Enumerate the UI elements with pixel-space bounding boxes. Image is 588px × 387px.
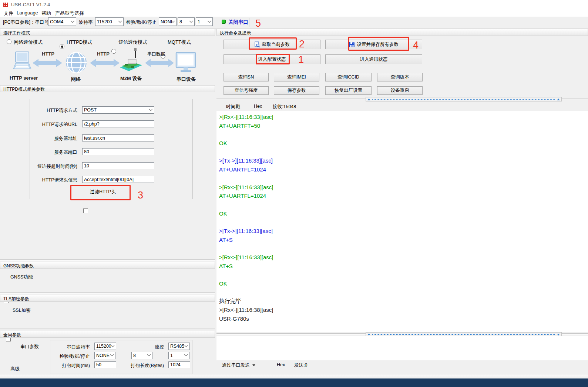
query-imei-button[interactable]: 查询IMEI bbox=[274, 73, 319, 81]
log-line bbox=[219, 288, 588, 297]
chevron-down-icon bbox=[147, 353, 151, 357]
arrow-left-right-icon bbox=[33, 59, 62, 67]
log-line: 执行完毕 bbox=[219, 297, 588, 306]
query-iccid-label: 查询ICCID bbox=[337, 74, 359, 80]
databits-select[interactable]: 8 bbox=[178, 17, 195, 26]
http-method-select[interactable]: POST bbox=[82, 106, 154, 114]
menu-product-select[interactable]: 产品型号选择 bbox=[55, 10, 84, 17]
baud-label: 波特率 bbox=[79, 19, 93, 26]
query-version-button[interactable]: 查询版本 bbox=[377, 73, 423, 81]
globe-network-icon bbox=[65, 51, 87, 74]
device-restart-label: 设备重启 bbox=[391, 87, 409, 94]
left-splitter-3[interactable] bbox=[0, 328, 215, 330]
arrow-left-right-icon bbox=[145, 59, 174, 67]
enter-comm-button[interactable]: 进入通讯状态 bbox=[325, 54, 422, 64]
g-databits-select[interactable]: 8 bbox=[131, 352, 152, 359]
annotation-number-4: 4 bbox=[413, 40, 419, 51]
menu-file[interactable]: 文件 bbox=[4, 10, 13, 17]
log-line bbox=[219, 270, 588, 279]
log-line: AT+UARTFL=1024 bbox=[219, 165, 588, 174]
ssl-checkbox-label: SSL加密 bbox=[13, 307, 31, 314]
dropdown-caret-icon bbox=[252, 364, 255, 366]
enter-comm-label: 进入通讯状态 bbox=[360, 56, 388, 63]
g-databits-value: 8 bbox=[133, 353, 136, 358]
g-flow-select[interactable]: RS485 bbox=[168, 343, 190, 350]
m2m-device-icon bbox=[118, 48, 144, 74]
tls-header: TLS加密参数 bbox=[0, 295, 215, 302]
log-line: >[Rx<-][11:16:33][asc] bbox=[219, 183, 588, 192]
menu-help[interactable]: 帮助 bbox=[41, 10, 51, 17]
stopbits-select[interactable]: 1 bbox=[196, 17, 213, 26]
send-via-serial-button[interactable]: 通过串口发送 bbox=[222, 362, 255, 368]
baud-select[interactable]: 115200 bbox=[95, 17, 124, 26]
gnss-header: GNSS功能参数 bbox=[0, 262, 215, 269]
left-splitter-1[interactable] bbox=[0, 259, 215, 261]
radio-net-transparent-label: 网络透传模式 bbox=[14, 39, 43, 46]
chevron-down-icon bbox=[185, 344, 188, 347]
port-open-led-icon bbox=[222, 20, 226, 24]
collapse-down-icon bbox=[367, 334, 370, 336]
send-input-textarea[interactable] bbox=[216, 336, 588, 360]
server-address-label: 服务器地址 bbox=[0, 136, 80, 142]
recv-counter: 接收:15048 bbox=[273, 104, 296, 110]
gnss-checkbox-label: GNSS功能 bbox=[10, 274, 33, 280]
chevron-down-icon bbox=[118, 19, 122, 23]
g-baud-label: 串口波特率 bbox=[13, 344, 93, 350]
http-header-input[interactable]: Accept:text/html[0D][0A] bbox=[82, 176, 154, 183]
query-signal-button[interactable]: 查信号强度 bbox=[224, 86, 269, 95]
query-iccid-button[interactable]: 查询ICCID bbox=[325, 73, 372, 81]
com-port-select[interactable]: COM4 bbox=[48, 17, 76, 26]
receive-log-textarea[interactable]: >[Rx<-][11:16:33][asc] AT+UARTFT=50 OK >… bbox=[216, 111, 588, 332]
device-restart-button[interactable]: 设备重启 bbox=[377, 86, 423, 95]
http-url-input[interactable]: /2.php? bbox=[82, 120, 154, 127]
log-line: AT+UARTFT=50 bbox=[219, 121, 588, 130]
parity-select[interactable]: NONI bbox=[159, 17, 177, 26]
collapse-up-icon bbox=[367, 99, 370, 100]
node-label-serial-device: 串口设备 bbox=[177, 76, 196, 83]
log-line: >[Tx->][11:16:33][asc] bbox=[219, 156, 588, 165]
laptop-icon bbox=[10, 51, 33, 74]
filter-http-header-checkbox[interactable] bbox=[83, 208, 88, 213]
short-conn-timeout-input[interactable]: 10 bbox=[82, 162, 154, 169]
server-port-input[interactable]: 80 bbox=[82, 148, 154, 155]
radio-sms-transparent[interactable] bbox=[111, 49, 116, 54]
log-line: USR-G780s bbox=[219, 314, 588, 323]
pack-len-label: 打包长度(Bytes) bbox=[87, 363, 167, 369]
radio-httpd-mode[interactable] bbox=[60, 44, 64, 49]
global-params-header: 全局参数 bbox=[0, 331, 215, 338]
annotation-number-1: 1 bbox=[298, 54, 304, 66]
log-line bbox=[219, 218, 588, 227]
arrow-left-right-icon bbox=[90, 59, 120, 67]
timestamp-checkbox-label: 时间戳 bbox=[226, 104, 240, 110]
g-stopbits-select[interactable]: 1 bbox=[168, 352, 189, 359]
log-line bbox=[219, 130, 588, 139]
factory-reset-button[interactable]: 恢复出厂设置 bbox=[325, 86, 372, 95]
annotation-box-3 bbox=[70, 185, 131, 200]
save-params-button[interactable]: 保存参数 bbox=[274, 86, 319, 95]
databits-value: 8 bbox=[179, 19, 182, 24]
server-port-label: 服务器端口 bbox=[0, 149, 80, 156]
title-bar: USR-CAT1 V1.2.4 bbox=[0, 0, 588, 9]
chevron-down-icon bbox=[149, 107, 153, 111]
g-flow-label: 流控 bbox=[87, 344, 167, 350]
pack-len-input[interactable]: 1024 bbox=[168, 361, 190, 368]
com-port-value: COM4 bbox=[50, 19, 63, 24]
g-parity-select[interactable]: NONE bbox=[94, 352, 115, 359]
log-line: OK bbox=[219, 279, 588, 288]
log-line bbox=[219, 174, 588, 183]
splitter-dots bbox=[372, 99, 555, 100]
radio-net-transparent[interactable] bbox=[7, 39, 11, 44]
radio-httpd-mode-label: HTTPD模式 bbox=[67, 39, 92, 46]
close-port-button[interactable]: 关闭串口 bbox=[228, 19, 248, 26]
collapse-down-icon bbox=[557, 334, 560, 336]
link-label-http-2: HTTP bbox=[97, 51, 110, 57]
query-sn-button[interactable]: 查询SN bbox=[224, 73, 269, 81]
log-line bbox=[219, 200, 588, 209]
annotation-number-2: 2 bbox=[299, 39, 305, 50]
link-label-http-1: HTTP bbox=[42, 51, 54, 57]
server-address-input[interactable]: test.usr.cn bbox=[82, 134, 154, 141]
query-version-label: 查询版本 bbox=[391, 74, 409, 80]
log-splitter-top-handle[interactable] bbox=[366, 97, 562, 101]
menu-language[interactable]: Language bbox=[17, 10, 38, 16]
left-splitter-2[interactable] bbox=[0, 292, 215, 294]
